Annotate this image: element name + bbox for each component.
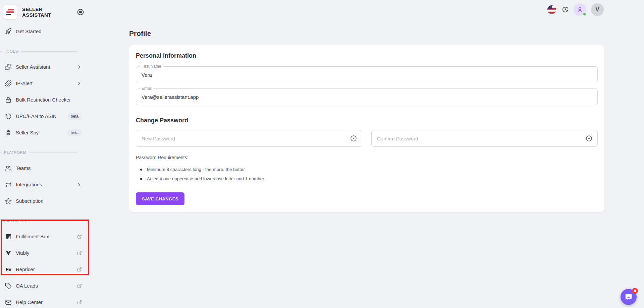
sidebar-item-fulfillment-box[interactable]: Fulfillment-Box: [0, 228, 91, 245]
new-password-input[interactable]: [142, 136, 350, 141]
sidebar-item-label: Repricer: [16, 266, 35, 272]
external-link-icon: [77, 234, 82, 239]
main-content: Profile Personal Information First Name …: [91, 0, 644, 212]
sidebar-item-label: UPC/EAN to ASIN: [16, 113, 57, 119]
fulfillment-box-logo-icon: [5, 233, 12, 240]
section-header-partners: PARTNERS: [0, 218, 77, 224]
sidebar-item-help-center[interactable]: Help Center: [0, 294, 91, 308]
personal-information-heading: Personal Information: [136, 52, 598, 59]
tag-icon: [5, 282, 12, 290]
mail-icon: [5, 299, 12, 306]
sidebar-item-seller-spy[interactable]: Seller Spy beta: [0, 124, 91, 141]
chat-bubble-icon: [624, 293, 633, 301]
sidebar-item-label: Teams: [16, 165, 31, 171]
sidebar-item-integrations[interactable]: Integrations: [0, 176, 91, 193]
sidebar: SELLER ASSISTANT Get Started TOOLS: [0, 0, 91, 308]
profile-card: Personal Information First Name Email Ch…: [129, 45, 604, 212]
partners-section: PARTNERS Fulfillment-Box: [0, 218, 91, 278]
page-title: Profile: [129, 29, 644, 38]
rocket-icon: [5, 27, 12, 35]
sidebar-item-teams[interactable]: Teams: [0, 160, 91, 176]
sidebar-item-label: Fulfillment-Box: [16, 234, 49, 239]
rotate-ccw-icon: [5, 113, 12, 120]
chevron-right-icon: [76, 182, 82, 187]
viably-logo-icon: [5, 249, 12, 257]
change-password-heading: Change Password: [136, 117, 598, 124]
section-header-platform: PLATFORM: [0, 149, 77, 156]
beta-badge: beta: [67, 113, 82, 120]
sidebar-item-label: IP-Alert: [16, 80, 33, 86]
email-field: Email: [136, 88, 598, 105]
show-password-eye-icon[interactable]: [585, 135, 593, 142]
brand-title: SELLER ASSISTANT: [22, 6, 51, 18]
brand-header: SELLER ASSISTANT: [0, 4, 91, 20]
external-link-icon: [77, 267, 82, 272]
password-requirement: At least one uppercase and lowercase let…: [136, 174, 598, 184]
puzzle-icon: [5, 80, 12, 87]
sidebar-item-label: Bulk Restriction Checker: [16, 97, 71, 103]
first-name-input[interactable]: [136, 67, 597, 83]
external-link-icon: [77, 251, 82, 255]
sidebar-item-repricer[interactable]: Fv Repricer: [0, 261, 91, 278]
sidebar-item-label: Help Center: [16, 299, 43, 305]
chevron-right-icon: [76, 64, 82, 70]
chevron-right-icon: [76, 81, 82, 86]
sidebar-item-get-started[interactable]: Get Started: [0, 25, 91, 37]
sidebar-item-upc-ean-to-asin[interactable]: UPC/EAN to ASIN beta: [0, 108, 91, 124]
puzzle-icon: [5, 63, 12, 71]
spy-icon: [5, 129, 12, 136]
save-changes-button[interactable]: SAVE CHANGES: [136, 192, 184, 205]
new-password-field: [136, 130, 362, 147]
external-link-icon: [77, 284, 82, 288]
lock-icon: [5, 96, 12, 104]
show-password-eye-icon[interactable]: [350, 135, 357, 142]
confirm-password-input[interactable]: [377, 136, 585, 141]
email-label: Email: [140, 86, 153, 91]
repeat-icon: [5, 181, 12, 188]
sidebar-item-label: Seller Assistant: [16, 64, 50, 70]
external-link-icon: [77, 300, 82, 305]
sidebar-item-label: Get Started: [16, 28, 42, 34]
sidebar-item-viably[interactable]: Viably: [0, 245, 91, 261]
seller-assistant-logo-icon: [3, 5, 17, 19]
sidebar-collapse-toggle-icon[interactable]: [76, 8, 85, 16]
sidebar-item-oa-leads[interactable]: OA Leads: [0, 278, 91, 294]
confirm-password-field: [371, 130, 598, 147]
first-name-field: First Name: [136, 66, 598, 83]
sidebar-item-seller-assistant[interactable]: Seller Assistant: [0, 59, 91, 75]
star-icon: [5, 197, 12, 205]
sidebar-item-bulk-restriction-checker[interactable]: Bulk Restriction Checker: [0, 91, 91, 108]
sidebar-item-ip-alert[interactable]: IP-Alert: [0, 75, 91, 91]
section-header-tools: TOOLS: [0, 48, 77, 55]
chat-widget-button[interactable]: 8: [621, 289, 637, 305]
sidebar-item-label: OA Leads: [16, 283, 38, 289]
sidebar-item-label: Integrations: [16, 182, 42, 187]
sidebar-item-subscription[interactable]: Subscription: [0, 193, 91, 209]
password-requirement: Minimum 8 characters long - the more, th…: [136, 165, 598, 174]
email-input[interactable]: [136, 89, 597, 105]
chat-unread-badge: 8: [632, 288, 638, 294]
sidebar-item-label: Seller Spy: [16, 130, 39, 135]
repricer-logo-icon: Fv: [5, 266, 12, 273]
users-icon: [5, 165, 12, 172]
password-requirements-title: Password Requirements:: [136, 155, 598, 160]
sidebar-item-label: Subscription: [16, 198, 44, 204]
first-name-label: First Name: [140, 64, 163, 69]
password-requirements-list: Minimum 8 characters long - the more, th…: [136, 165, 598, 184]
sidebar-item-label: Viably: [16, 250, 30, 256]
beta-badge: beta: [67, 129, 82, 136]
